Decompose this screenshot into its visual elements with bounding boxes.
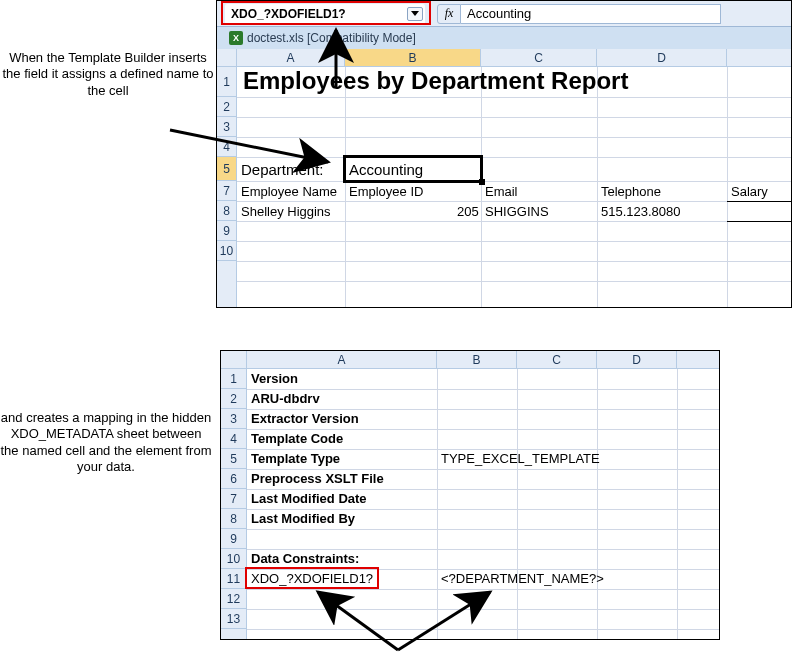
row-3[interactable]: 3 bbox=[217, 117, 236, 137]
row-2[interactable]: 2 bbox=[217, 97, 236, 117]
excel-window-metadata: A B C D 1 2 3 4 5 6 7 8 9 10 11 12 13 bbox=[220, 350, 720, 640]
bcol-B[interactable]: B bbox=[437, 351, 517, 368]
meta-last-mod-by: Last Modified By bbox=[251, 511, 355, 526]
insert-function-button[interactable]: fx bbox=[437, 4, 461, 24]
row-10[interactable]: 10 bbox=[217, 241, 236, 261]
row-5[interactable]: 5 bbox=[217, 157, 236, 181]
brow-4[interactable]: 4 bbox=[221, 429, 246, 449]
meta-dept-name-tag: <?DEPARTMENT_NAME?> bbox=[441, 571, 604, 586]
department-label: Department: bbox=[241, 161, 324, 178]
active-cell-B5[interactable] bbox=[343, 155, 483, 183]
cells-bot[interactable]: Version ARU-dbdrv Extractor Version Temp… bbox=[247, 369, 719, 639]
row-4[interactable]: 4 bbox=[217, 137, 236, 157]
meta-template-type: Template Type bbox=[251, 451, 340, 466]
select-all-corner-bot[interactable] bbox=[221, 351, 247, 369]
meta-version: Version bbox=[251, 371, 298, 386]
meta-last-mod-date: Last Modified Date bbox=[251, 491, 367, 506]
row-7[interactable]: 7 bbox=[217, 181, 236, 201]
hdr-emp-id: Employee ID bbox=[349, 184, 423, 199]
meta-preprocess: Preprocess XSLT File bbox=[251, 471, 384, 486]
cells-top[interactable]: Employees by Department Report Departmen… bbox=[237, 67, 791, 307]
cell-emp-id: 205 bbox=[457, 204, 479, 219]
row-8[interactable]: 8 bbox=[217, 201, 236, 221]
row-headers-top: 1 2 3 4 5 7 8 9 10 bbox=[217, 67, 237, 307]
brow-5[interactable]: 5 bbox=[221, 449, 246, 469]
report-title: Employees by Department Report bbox=[243, 67, 628, 95]
brow-8[interactable]: 8 bbox=[221, 509, 246, 529]
brow-7[interactable]: 7 bbox=[221, 489, 246, 509]
meta-aru: ARU-dbdrv bbox=[251, 391, 320, 406]
worksheet-area-top: A B C D 1 2 3 4 5 7 8 9 10 bbox=[217, 49, 791, 307]
column-headers-bot: A B C D bbox=[247, 351, 719, 369]
excel-file-icon: X bbox=[229, 31, 243, 45]
bcol-C[interactable]: C bbox=[517, 351, 597, 368]
bcol-A[interactable]: A bbox=[247, 351, 437, 368]
explanatory-caption-2: and creates a mapping in the hidden XDO_… bbox=[0, 410, 212, 475]
name-box-text: XDO_?XDOFIELD1? bbox=[225, 7, 346, 21]
name-formula-bar: XDO_?XDOFIELD1? fx Accounting bbox=[217, 1, 791, 27]
column-headers-top: A B C D bbox=[237, 49, 791, 67]
formula-bar[interactable]: Accounting bbox=[461, 4, 721, 24]
brow-1[interactable]: 1 bbox=[221, 369, 246, 389]
meta-template-code: Template Code bbox=[251, 431, 343, 446]
row-headers-bot: 1 2 3 4 5 6 7 8 9 10 11 12 13 bbox=[221, 369, 247, 639]
brow-11[interactable]: 11 bbox=[221, 569, 246, 589]
chevron-down-icon bbox=[411, 11, 419, 16]
meta-extractor: Extractor Version bbox=[251, 411, 359, 426]
brow-10[interactable]: 10 bbox=[221, 549, 246, 569]
cell-email: SHIGGINS bbox=[485, 204, 549, 219]
document-title: doctest.xls [Compatibility Mode] bbox=[247, 31, 416, 45]
row-1[interactable]: 1 bbox=[217, 67, 236, 97]
brow-3[interactable]: 3 bbox=[221, 409, 246, 429]
meta-xdo-field: XDO_?XDOFIELD1? bbox=[251, 571, 373, 586]
col-D[interactable]: D bbox=[597, 49, 727, 66]
meta-data-constraints: Data Constraints: bbox=[251, 551, 359, 566]
hdr-telephone: Telephone bbox=[601, 184, 661, 199]
hdr-salary: Salary bbox=[731, 184, 768, 199]
document-title-bar: X doctest.xls [Compatibility Mode] bbox=[217, 27, 791, 49]
cell-telephone: 515.123.8080 bbox=[601, 204, 681, 219]
col-B[interactable]: B bbox=[345, 49, 481, 66]
brow-12[interactable]: 12 bbox=[221, 589, 246, 609]
row-9[interactable]: 9 bbox=[217, 221, 236, 241]
name-box-dropdown[interactable] bbox=[407, 7, 423, 21]
hdr-emp-name: Employee Name bbox=[241, 184, 337, 199]
select-all-corner[interactable] bbox=[217, 49, 237, 67]
col-A[interactable]: A bbox=[237, 49, 345, 66]
name-box[interactable]: XDO_?XDOFIELD1? bbox=[225, 4, 425, 24]
explanatory-caption-1: When the Template Builder inserts the fi… bbox=[0, 50, 216, 99]
meta-template-type-val: TYPE_EXCEL_TEMPLATE bbox=[441, 451, 600, 466]
brow-2[interactable]: 2 bbox=[221, 389, 246, 409]
brow-9[interactable]: 9 bbox=[221, 529, 246, 549]
brow-13[interactable]: 13 bbox=[221, 609, 246, 629]
cell-emp-name: Shelley Higgins bbox=[241, 204, 331, 219]
excel-window-main: XDO_?XDOFIELD1? fx Accounting X doctest.… bbox=[216, 0, 792, 308]
brow-6[interactable]: 6 bbox=[221, 469, 246, 489]
hdr-email: Email bbox=[485, 184, 518, 199]
col-C[interactable]: C bbox=[481, 49, 597, 66]
bcol-D[interactable]: D bbox=[597, 351, 677, 368]
